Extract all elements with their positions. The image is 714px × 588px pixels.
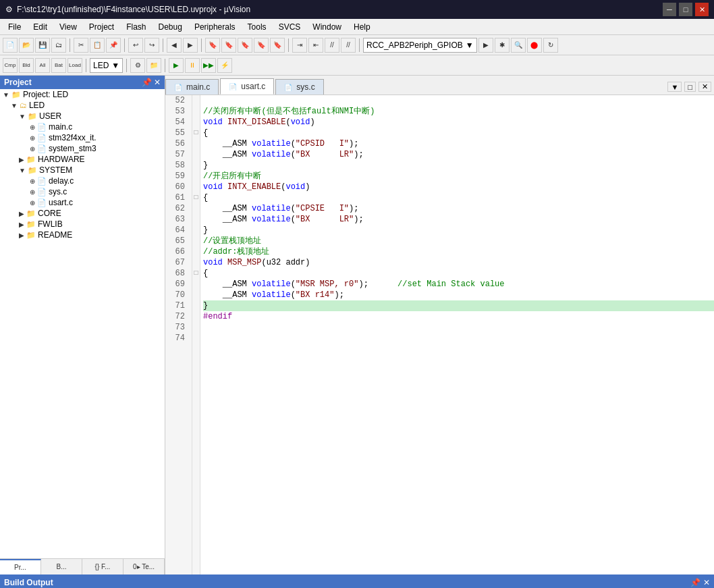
close-button[interactable]: ✕: [695, 3, 709, 16]
debug2-btn[interactable]: ⏸: [185, 58, 200, 73]
tree-usart-c[interactable]: ⊕ 📄 usart.c: [0, 197, 165, 208]
tab-float-btn[interactable]: □: [684, 82, 696, 92]
menu-item-window[interactable]: Window: [307, 21, 347, 33]
tree-user[interactable]: ▼ 📁 USER: [0, 111, 165, 122]
reg-action2-btn[interactable]: ✱: [495, 38, 510, 53]
fold-btn[interactable]: □: [192, 192, 200, 203]
tree-label: HARDWARE: [38, 155, 85, 164]
target-dropdown[interactable]: LED ▼: [90, 58, 123, 73]
tree-system-stm3[interactable]: ⊕ 📄 system_stm3: [0, 143, 165, 154]
menu-item-view[interactable]: View: [54, 21, 82, 33]
tab-books[interactable]: B...: [41, 559, 82, 574]
open-btn[interactable]: 📂: [19, 38, 34, 53]
tab-x-btn[interactable]: ✕: [698, 82, 711, 92]
debug3-btn[interactable]: ▶▶: [201, 58, 216, 73]
build-pin-btn[interactable]: 📌: [690, 578, 701, 587]
menu-item-peripherals[interactable]: Peripherals: [189, 21, 241, 33]
menu-item-debug[interactable]: Debug: [153, 21, 188, 33]
fold-btn[interactable]: □: [192, 268, 200, 279]
line-num: 57: [169, 149, 188, 160]
fold-btn: [192, 203, 200, 214]
nav-fwd-btn[interactable]: ▶: [183, 38, 198, 53]
tree-delay-c[interactable]: ⊕ 📄 delay.c: [0, 176, 165, 186]
sep6: [359, 38, 360, 52]
bookmark2-btn[interactable]: 🔖: [221, 38, 236, 53]
tree-core[interactable]: ▶ 📁 CORE: [0, 208, 165, 219]
target-options-btn[interactable]: ⚙: [130, 58, 145, 73]
bookmark3-btn[interactable]: 🔖: [238, 38, 252, 53]
tree-sys-c[interactable]: ⊕ 📄 sys.c: [0, 186, 165, 197]
arrow-icon: ▼: [3, 91, 9, 99]
fold-btn[interactable]: □: [192, 128, 200, 138]
code-editor[interactable]: 52 53 54 55 56 57 58 59 60 61 62 63 64 6…: [165, 95, 714, 574]
tabs-bar: 📄 main.c 📄 usart.c 📄 sys.c ▼ □ ✕: [165, 76, 714, 95]
code-line: void INTX_ENABLE(void): [203, 182, 714, 192]
tree-fwlib[interactable]: ▶ 📁 FWLIB: [0, 219, 165, 230]
menu-item-svcs[interactable]: SVCS: [273, 21, 306, 33]
menu-item-tools[interactable]: Tools: [242, 21, 272, 33]
copy-btn[interactable]: 📋: [90, 38, 105, 53]
tree-label: system_stm3: [49, 144, 97, 153]
build-btn[interactable]: Bld: [19, 58, 34, 73]
tree-system[interactable]: ▼ 📁 SYSTEM: [0, 165, 165, 176]
code-lines[interactable]: //关闭所有中断(但是不包括fault和NMI中断) void INTX_DIS…: [200, 95, 714, 574]
sidebar-pin-btn[interactable]: 📌: [142, 78, 152, 87]
batch-btn[interactable]: Bat: [51, 58, 66, 73]
paste-btn[interactable]: 📌: [106, 38, 121, 53]
register-dropdown-value: RCC_APB2Periph_GPIOB: [366, 41, 463, 50]
new-file-btn[interactable]: 📄: [3, 38, 18, 53]
reg-action1-btn[interactable]: ▶: [478, 38, 493, 53]
undo-btn[interactable]: ↩: [128, 38, 143, 53]
cut-btn[interactable]: ✂: [74, 38, 88, 53]
manage-btn[interactable]: 📁: [146, 58, 161, 73]
save-btn[interactable]: 💾: [35, 38, 50, 53]
minimize-button[interactable]: ─: [663, 3, 676, 16]
bookmark4-btn[interactable]: 🔖: [254, 38, 269, 53]
load-btn[interactable]: Load: [67, 58, 82, 73]
code-line: __ASM volatile("BX LR");: [203, 149, 714, 160]
line-num: 68: [169, 268, 188, 279]
tab-project-label: Pr...: [14, 564, 26, 571]
outdent-btn[interactable]: ⇤: [308, 38, 323, 53]
comment-btn[interactable]: //: [325, 38, 339, 53]
debug1-btn[interactable]: ▶: [169, 58, 184, 73]
redo-btn[interactable]: ↪: [144, 38, 159, 53]
tree-stm32-it[interactable]: ⊕ 📄 stm32f4xx_it.: [0, 132, 165, 143]
register-dropdown[interactable]: RCC_APB2Periph_GPIOB ▼: [363, 38, 477, 53]
stop-btn[interactable]: ⬤: [527, 38, 542, 53]
uncomment-btn[interactable]: //: [341, 38, 356, 53]
build-close-btn[interactable]: ✕: [703, 578, 710, 587]
sidebar-close-btn[interactable]: ✕: [154, 78, 161, 87]
menu-item-flash[interactable]: Flash: [121, 21, 151, 33]
tab-sys-c[interactable]: 📄 sys.c: [275, 79, 323, 95]
reload-btn[interactable]: ↻: [543, 38, 558, 53]
tab-close-btn[interactable]: ▼: [667, 82, 682, 92]
save-all-btn[interactable]: 🗂: [51, 38, 66, 53]
line-num: 59: [169, 171, 188, 182]
tab-templates[interactable]: 0▸ Te...: [123, 559, 165, 574]
code-line: //addr:栈顶地址: [203, 246, 714, 257]
tree-main-c[interactable]: ⊕ 📄 main.c: [0, 122, 165, 132]
compile-btn[interactable]: Cmp: [3, 58, 18, 73]
menu-item-edit[interactable]: Edit: [28, 21, 53, 33]
debug4-btn[interactable]: ⚡: [217, 58, 232, 73]
tree-hardware[interactable]: ▶ 📁 HARDWARE: [0, 154, 165, 165]
tab-usart-c[interactable]: 📄 usart.c: [220, 78, 274, 95]
menu-item-file[interactable]: File: [3, 21, 26, 33]
bookmark5-btn[interactable]: 🔖: [270, 38, 285, 53]
tree-root[interactable]: ▼ 📁 Project: LED: [0, 89, 165, 100]
tab-project[interactable]: Pr...: [0, 559, 41, 574]
maximize-button[interactable]: □: [679, 3, 692, 16]
nav-back-btn[interactable]: ◀: [167, 38, 182, 53]
bookmark1-btn[interactable]: 🔖: [205, 38, 220, 53]
menu-item-project[interactable]: Project: [84, 21, 119, 33]
tree-led[interactable]: ▼ 🗂 LED: [0, 100, 165, 111]
search-btn[interactable]: 🔍: [511, 38, 526, 53]
tree-readme[interactable]: ▶ 📁 README: [0, 230, 165, 240]
tab-main-c[interactable]: 📄 main.c: [165, 79, 219, 95]
line-num: 72: [169, 311, 188, 322]
tab-functions[interactable]: {} F...: [82, 559, 123, 574]
indent-btn[interactable]: ⇥: [292, 38, 307, 53]
rebuild-btn[interactable]: All: [35, 58, 50, 73]
menu-item-help[interactable]: Help: [348, 21, 376, 33]
